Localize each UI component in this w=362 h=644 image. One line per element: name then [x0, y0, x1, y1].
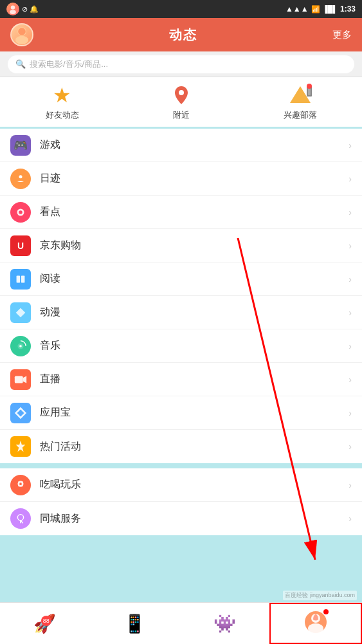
signal-icon: 📶	[311, 5, 320, 14]
contacts-icon: 📱	[123, 613, 146, 634]
read-arrow: ›	[348, 274, 352, 284]
svg-marker-23	[23, 376, 26, 383]
svg-point-5	[179, 90, 184, 95]
diary-icon	[10, 169, 31, 189]
menu-item-city[interactable]: 同城服务 ›	[0, 502, 362, 535]
read-icon	[10, 269, 31, 290]
svg-point-33	[308, 623, 323, 634]
tab-nearby-label: 附近	[173, 109, 190, 121]
kandian-icon	[10, 202, 31, 223]
menu-item-read[interactable]: 阅读 ›	[0, 262, 362, 296]
music-arrow: ›	[348, 341, 352, 351]
food-icon	[10, 475, 31, 495]
mine-badge-dot	[323, 609, 329, 614]
jd-label: 京东购物	[40, 239, 348, 252]
header-avatar[interactable]	[10, 23, 33, 46]
city-icon	[10, 508, 31, 529]
app-label: 应用宝	[40, 406, 348, 419]
svg-marker-24	[16, 441, 26, 452]
game-label: 游戏	[40, 138, 348, 152]
app-icon	[10, 403, 31, 423]
jd-arrow: ›	[348, 241, 352, 251]
anime-arrow: ›	[348, 308, 352, 318]
tab-friends-label: 好友动态	[46, 109, 79, 121]
tab-interest-icon	[289, 84, 312, 107]
svg-point-21	[19, 345, 22, 347]
bottom-nav-mine[interactable]	[269, 603, 362, 644]
hot-arrow: ›	[348, 441, 352, 452]
svg-point-4	[18, 28, 26, 35]
jd-icon: U	[10, 235, 31, 256]
wifi-icon: ▲▲▲	[285, 5, 309, 14]
diary-arrow: ›	[348, 174, 352, 184]
live-icon	[10, 369, 31, 390]
tab-friends[interactable]: ★ 好友动态	[46, 84, 79, 121]
svg-point-0	[11, 5, 15, 9]
interest-badge	[307, 84, 312, 89]
search-placeholder: 搜索电影/音乐/商品...	[30, 59, 108, 70]
menu-item-diary[interactable]: 日迹 ›	[0, 162, 362, 196]
game-icon: 🎮	[10, 135, 31, 156]
music-icon	[10, 336, 31, 356]
messages-badge: 88	[41, 616, 51, 626]
svg-rect-15	[17, 275, 20, 282]
bottom-nav-feed[interactable]: 👾	[180, 603, 270, 644]
feed-icon: 👾	[213, 613, 236, 634]
anime-icon	[10, 302, 31, 323]
nav-tabs: ★ 好友动态 附近 兴趣部落	[0, 77, 362, 129]
menu-item-kandian[interactable]: 看点 ›	[0, 196, 362, 229]
food-arrow: ›	[348, 480, 352, 490]
menu-item-hot[interactable]: 热门活动 ›	[0, 430, 362, 463]
menu-item-music[interactable]: 音乐 ›	[0, 329, 362, 363]
menu-item-food[interactable]: 吃喝玩乐 ›	[0, 468, 362, 502]
tab-friends-icon: ★	[51, 84, 74, 107]
menu-section-2: 吃喝玩乐 › 同城服务 ›	[0, 468, 362, 535]
music-label: 音乐	[40, 339, 348, 353]
svg-point-9	[15, 173, 26, 184]
menu-section-1: 🎮 游戏 › 日迹 › 看点	[0, 129, 362, 463]
svg-rect-22	[15, 376, 23, 383]
tab-interest-label: 兴趣部落	[284, 109, 317, 121]
app-arrow: ›	[348, 408, 352, 418]
live-label: 直播	[40, 373, 348, 386]
game-arrow: ›	[348, 140, 352, 151]
status-right: ▲▲▲ 📶 ▐█▌ 1:33	[285, 5, 356, 14]
search-input-container[interactable]: 🔍 搜索电影/音乐/商品...	[8, 55, 354, 73]
kandian-arrow: ›	[348, 207, 352, 217]
hot-label: 热门活动	[40, 440, 348, 454]
mine-icon	[304, 611, 327, 634]
tab-nearby[interactable]: 附近	[170, 84, 193, 121]
svg-point-1	[10, 10, 16, 14]
diary-label: 日迹	[40, 172, 348, 185]
status-time: 1:33	[340, 5, 356, 14]
status-bar: ⊘ 🔔 ▲▲▲ 📶 ▐█▌ 1:33	[0, 0, 362, 18]
header-more-button[interactable]: 更多	[332, 29, 352, 41]
city-arrow: ›	[348, 513, 352, 524]
menu-item-app[interactable]: 应用宝 ›	[0, 396, 362, 430]
tab-interest[interactable]: 兴趣部落	[284, 84, 317, 121]
bottom-nav-messages[interactable]: 🚀 88	[0, 603, 90, 644]
search-icon: 🔍	[15, 59, 26, 69]
menu-item-jd[interactable]: U 京东购物 ›	[0, 229, 362, 262]
city-label: 同城服务	[40, 512, 348, 526]
svg-point-10	[19, 175, 23, 178]
read-label: 阅读	[40, 272, 348, 286]
search-bar: 🔍 搜索电影/音乐/商品...	[0, 51, 362, 77]
header-title: 动态	[169, 26, 197, 44]
live-arrow: ›	[348, 374, 352, 385]
svg-rect-16	[21, 275, 24, 282]
hot-icon	[10, 436, 31, 457]
food-label: 吃喝玩乐	[40, 478, 348, 492]
status-avatar	[6, 3, 19, 15]
svg-point-13	[19, 210, 23, 214]
battery-icon: ▐█▌	[323, 5, 338, 13]
menu-item-anime[interactable]: 动漫 ›	[0, 296, 362, 329]
menu-item-live[interactable]: 直播 ›	[0, 363, 362, 396]
kandian-label: 看点	[40, 205, 348, 219]
status-left: ⊘ 🔔	[6, 3, 39, 15]
watermark: 百度经验 jingyanbaidu.com	[283, 591, 357, 600]
bottom-nav: 🚀 88 📱 👾	[0, 602, 362, 644]
bottom-nav-contacts[interactable]: 📱	[90, 603, 180, 644]
menu-item-game[interactable]: 🎮 游戏 ›	[0, 129, 362, 162]
tab-nearby-icon	[170, 84, 193, 107]
